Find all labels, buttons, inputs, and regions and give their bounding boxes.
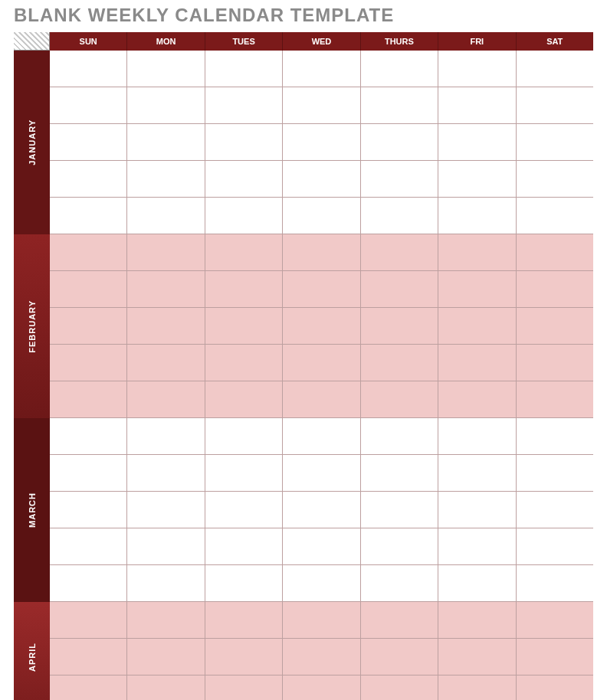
cell[interactable] [361,345,438,381]
cell[interactable] [127,418,205,455]
cell[interactable] [517,528,593,565]
cell[interactable] [517,161,593,198]
cell[interactable] [283,455,360,492]
cell[interactable] [283,528,360,565]
cell[interactable] [205,455,283,492]
cell[interactable] [283,639,360,675]
cell[interactable] [205,492,283,528]
cell[interactable] [127,381,205,418]
cell[interactable] [50,51,127,87]
cell[interactable] [50,345,127,381]
cell[interactable] [205,418,283,455]
cell[interactable] [283,87,360,124]
cell[interactable] [517,234,593,271]
cell[interactable] [283,234,360,271]
cell[interactable] [361,234,438,271]
cell[interactable] [438,492,516,528]
cell[interactable] [205,51,283,87]
cell[interactable] [205,271,283,308]
cell[interactable] [283,345,360,381]
cell[interactable] [361,418,438,455]
cell[interactable] [517,271,593,308]
cell[interactable] [517,381,593,418]
cell[interactable] [361,198,438,234]
cell[interactable] [438,308,516,345]
cell[interactable] [205,234,283,271]
cell[interactable] [205,675,283,700]
cell[interactable] [205,602,283,639]
cell[interactable] [283,198,360,234]
cell[interactable] [438,271,516,308]
cell[interactable] [205,381,283,418]
cell[interactable] [127,492,205,528]
cell[interactable] [517,455,593,492]
cell[interactable] [283,418,360,455]
cell[interactable] [205,565,283,602]
cell[interactable] [50,455,127,492]
cell[interactable] [50,308,127,345]
cell[interactable] [50,528,127,565]
cell[interactable] [283,51,360,87]
cell[interactable] [438,87,516,124]
cell[interactable] [283,381,360,418]
cell[interactable] [438,161,516,198]
cell[interactable] [283,161,360,198]
cell[interactable] [438,602,516,639]
cell[interactable] [517,418,593,455]
cell[interactable] [438,455,516,492]
cell[interactable] [438,418,516,455]
cell[interactable] [361,639,438,675]
cell[interactable] [127,308,205,345]
cell[interactable] [438,345,516,381]
cell[interactable] [50,675,127,700]
cell[interactable] [438,234,516,271]
cell[interactable] [517,198,593,234]
cell[interactable] [127,271,205,308]
cell[interactable] [205,308,283,345]
cell[interactable] [127,675,205,700]
cell[interactable] [50,124,127,161]
cell[interactable] [438,565,516,602]
cell[interactable] [205,345,283,381]
cell[interactable] [127,602,205,639]
cell[interactable] [283,124,360,161]
cell[interactable] [361,381,438,418]
cell[interactable] [438,528,516,565]
cell[interactable] [50,87,127,124]
cell[interactable] [517,308,593,345]
cell[interactable] [50,381,127,418]
cell[interactable] [127,639,205,675]
cell[interactable] [205,528,283,565]
cell[interactable] [361,161,438,198]
cell[interactable] [127,198,205,234]
cell[interactable] [50,639,127,675]
cell[interactable] [517,602,593,639]
cell[interactable] [438,124,516,161]
cell[interactable] [438,675,516,700]
cell[interactable] [517,51,593,87]
cell[interactable] [50,234,127,271]
cell[interactable] [361,51,438,87]
cell[interactable] [438,198,516,234]
cell[interactable] [361,492,438,528]
cell[interactable] [205,198,283,234]
cell[interactable] [517,492,593,528]
cell[interactable] [205,87,283,124]
cell[interactable] [361,528,438,565]
cell[interactable] [127,161,205,198]
cell[interactable] [50,161,127,198]
cell[interactable] [205,124,283,161]
cell[interactable] [361,87,438,124]
cell[interactable] [517,345,593,381]
cell[interactable] [50,492,127,528]
cell[interactable] [127,455,205,492]
cell[interactable] [283,602,360,639]
cell[interactable] [361,271,438,308]
cell[interactable] [517,565,593,602]
cell[interactable] [438,51,516,87]
cell[interactable] [517,124,593,161]
cell[interactable] [361,308,438,345]
cell[interactable] [205,639,283,675]
cell[interactable] [517,87,593,124]
cell[interactable] [438,381,516,418]
